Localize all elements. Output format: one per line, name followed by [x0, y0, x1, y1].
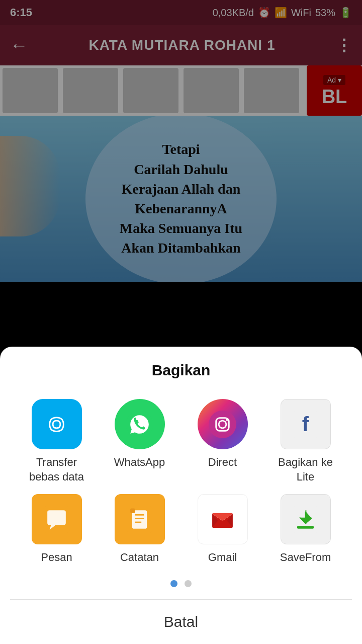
savefrom-label: SaveFrom: [280, 550, 331, 565]
savefrom-icon: [281, 494, 331, 544]
svg-point-5: [226, 419, 228, 421]
direct-label: Direct: [208, 455, 237, 470]
catatan-icon: [115, 494, 165, 544]
cancel-label: Batal: [164, 613, 198, 630]
facebook-icon: f: [281, 399, 331, 449]
transfer-label: Transfer bebas data: [20, 455, 93, 484]
share-item-pesan[interactable]: Pesan: [20, 494, 93, 565]
share-title: Bagikan: [10, 362, 352, 379]
share-item-gmail[interactable]: Gmail: [186, 494, 259, 565]
catatan-label: Catatan: [120, 550, 159, 565]
whatsapp-icon: [115, 399, 165, 449]
pesan-icon: [32, 494, 82, 544]
share-item-facebook[interactable]: f Bagikan ke Lite: [269, 399, 342, 484]
share-sheet: Bagikan Transfer bebas data: [0, 347, 362, 644]
share-grid: Transfer bebas data WhatsApp: [10, 399, 352, 565]
share-item-catatan[interactable]: Catatan: [103, 494, 176, 565]
svg-rect-0: [43, 411, 70, 438]
svg-rect-10: [132, 510, 147, 529]
facebook-label: Bagikan ke Lite: [269, 455, 342, 484]
dot-2: [185, 580, 192, 587]
svg-point-2: [209, 411, 236, 438]
svg-rect-20: [297, 526, 314, 529]
share-item-savefrom[interactable]: SaveFrom: [269, 494, 342, 565]
share-item-whatsapp[interactable]: WhatsApp: [103, 399, 176, 484]
dot-1: [170, 580, 177, 587]
gmail-icon: [198, 494, 248, 544]
pesan-label: Pesan: [41, 550, 72, 565]
transfer-icon: [32, 399, 82, 449]
instagram-icon: [198, 399, 248, 449]
pagination-dots: [10, 580, 352, 587]
share-item-transfer[interactable]: Transfer bebas data: [20, 399, 93, 484]
svg-text:f: f: [302, 413, 309, 436]
svg-rect-14: [130, 508, 135, 513]
cancel-button[interactable]: Batal: [10, 600, 352, 644]
whatsapp-label: WhatsApp: [114, 455, 165, 470]
gmail-label: Gmail: [208, 550, 237, 565]
share-item-direct[interactable]: Direct: [186, 399, 259, 484]
